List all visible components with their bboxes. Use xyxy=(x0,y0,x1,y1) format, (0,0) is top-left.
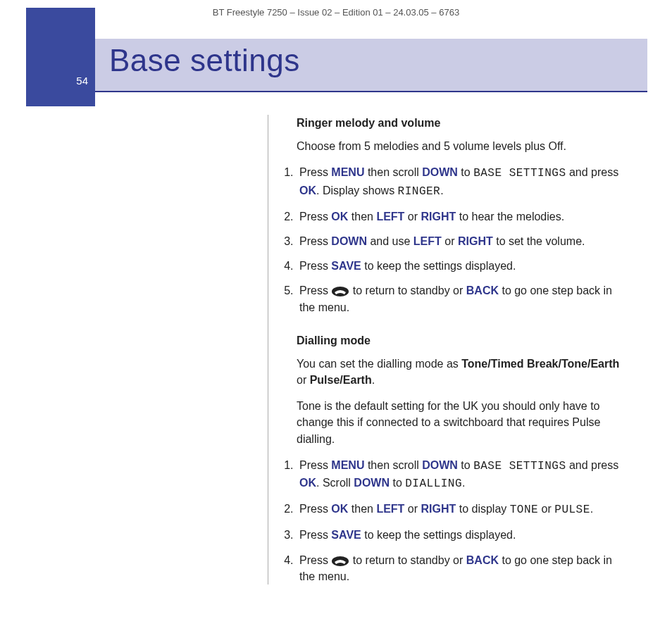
ok-keyword: OK xyxy=(331,211,348,223)
back-keyword: BACK xyxy=(466,554,499,566)
list-item: Press SAVE to keep the settings displaye… xyxy=(297,527,623,543)
list-item: Press to return to standby or BACK to go… xyxy=(297,552,623,584)
hangup-icon xyxy=(331,284,349,296)
menu-keyword: MENU xyxy=(331,166,364,178)
list-item: Press OK then LEFT or RIGHT to display T… xyxy=(297,501,623,518)
down-keyword: DOWN xyxy=(422,166,458,178)
list-item: Press to return to standby or BACK to go… xyxy=(297,282,623,315)
list-item: Press OK then LEFT or RIGHT to hear the … xyxy=(297,208,623,225)
left-keyword: LEFT xyxy=(413,235,442,247)
left-keyword: LEFT xyxy=(376,211,404,223)
lcd-text: BASE SETTINGS xyxy=(473,460,566,473)
dialling-steps: Press MENU then scroll DOWN to BASE SETT… xyxy=(268,457,623,584)
title-bar: Base settings xyxy=(95,39,647,92)
right-keyword: RIGHT xyxy=(458,235,493,247)
down-keyword: DOWN xyxy=(354,477,390,489)
list-item: Press MENU then scroll DOWN to BASE SETT… xyxy=(297,457,623,492)
content-area: Ringer melody and volume Choose from 5 m… xyxy=(268,115,623,584)
page-title: Base settings xyxy=(109,43,300,78)
ringer-intro: Choose from 5 melodies and 5 volume leve… xyxy=(297,138,623,154)
down-keyword: DOWN xyxy=(331,235,367,247)
page-number: 54 xyxy=(76,75,88,87)
right-keyword: RIGHT xyxy=(421,503,456,515)
section-heading-ringer: Ringer melody and volume xyxy=(297,115,623,131)
doc-header: BT Freestyle 7250 – Issue 02 – Edition 0… xyxy=(0,0,672,22)
bold-text: Pulse/Earth xyxy=(310,374,372,386)
list-item: Press SAVE to keep the settings displaye… xyxy=(297,258,623,274)
down-keyword: DOWN xyxy=(422,459,458,471)
hangup-icon xyxy=(331,554,349,566)
right-keyword: RIGHT xyxy=(421,211,456,223)
ok-keyword: OK xyxy=(331,503,348,515)
section-heading-dialling: Dialling mode xyxy=(297,332,623,349)
dialling-note: Tone is the default setting for the UK y… xyxy=(297,398,623,447)
lcd-text: BASE SETTINGS xyxy=(473,167,566,180)
lcd-text: RINGER xyxy=(398,185,441,198)
save-keyword: SAVE xyxy=(331,529,361,541)
menu-keyword: MENU xyxy=(331,459,364,471)
title-band: 54 Base settings xyxy=(0,22,672,73)
list-item: Press DOWN and use LEFT or RIGHT to set … xyxy=(297,233,623,249)
bold-text: Tone/Timed Break/Tone/Earth xyxy=(461,358,619,370)
back-keyword: BACK xyxy=(466,284,499,296)
lcd-text: DIALLING xyxy=(405,477,462,490)
page-number-block: 54 xyxy=(26,8,95,106)
ok-keyword: OK xyxy=(299,477,316,489)
save-keyword: SAVE xyxy=(331,260,361,272)
lcd-text: TONE xyxy=(510,503,538,516)
dialling-intro: You can set the dialling mode as Tone/Ti… xyxy=(297,356,623,388)
left-keyword: LEFT xyxy=(376,503,404,515)
lcd-text: PULSE xyxy=(554,503,590,516)
list-item: Press MENU then scroll DOWN to BASE SETT… xyxy=(297,164,623,199)
ok-keyword: OK xyxy=(299,184,316,196)
ringer-steps: Press MENU then scroll DOWN to BASE SETT… xyxy=(268,164,623,315)
